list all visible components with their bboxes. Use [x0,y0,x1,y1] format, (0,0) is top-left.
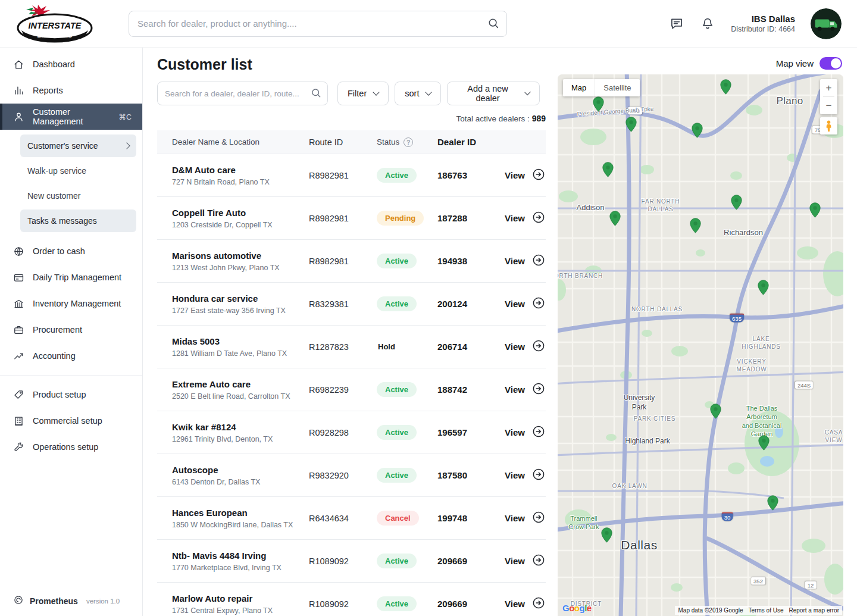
view-button[interactable]: View [505,424,546,440]
dealer-address: 1770 Marketplace Blvd, Irving TX [172,564,309,572]
report-map-error-link[interactable]: Report a map error [789,607,839,614]
map-pin-icon[interactable] [609,211,621,229]
view-button[interactable]: View [505,382,546,398]
map-pin-icon[interactable] [731,195,742,212]
route-shield: 635 [730,314,744,323]
route-id: R8329381 [309,299,377,309]
view-button[interactable]: View [505,296,546,312]
sidebar-subitem-tasks-messages[interactable]: Tasks & messages [20,209,136,232]
map-pin-icon[interactable] [710,404,721,421]
table-row[interactable]: Coppell Tire Auto 1203 Crestside Dr, Cop… [157,197,546,240]
table-row[interactable]: Kwik kar #8124 12961 Trinity Blvd, Dento… [157,411,546,454]
view-button[interactable]: View [505,467,546,483]
map-view-toggle[interactable] [820,57,842,70]
map-pin-icon[interactable] [625,117,637,135]
map-pin-icon[interactable] [809,202,821,220]
card-icon [13,272,24,283]
messages-button[interactable] [669,16,684,32]
sidebar-item-reports[interactable]: Reports [0,77,142,104]
chevron-down-icon [426,89,432,95]
view-button[interactable]: View [505,339,546,355]
dealer-search-input[interactable] [157,82,328,105]
map-overlays: PlanoPresident George Bush TpkeAddisonFA… [558,74,843,616]
chevron-right-icon [123,142,130,149]
sidebar-item-procurement[interactable]: Procurement [0,317,142,343]
view-button[interactable]: View [505,210,546,226]
sidebar-item-operations-setup[interactable]: Operations setup [0,434,142,460]
map-label: Trammell Crow Park [568,514,599,531]
table-row[interactable]: Hondura car service 1727 East state-way … [157,283,546,326]
sidebar-item-order-to-cash[interactable]: Order to cash [0,238,142,264]
avatar[interactable] [811,8,842,39]
table-row[interactable]: Marlow Auto repair 1731 Central Expwy, P… [157,583,546,616]
map-type-satellite-button[interactable]: Satellite [595,79,639,96]
status-badge: Active [377,554,417,568]
table-row[interactable]: D&M Auto care 727 N Britain Road, Plano … [157,154,546,197]
map-pin-icon[interactable] [720,79,731,97]
map-type-buttons: Map Satellite [563,79,640,96]
search-icon [310,87,322,101]
sidebar-item-accounting[interactable]: Accounting [0,343,142,369]
add-dealer-button[interactable]: Add a new dealer [447,82,540,105]
table-row[interactable]: Marisons automotive 1213 West John Pkwy,… [157,240,546,283]
building-icon [13,415,24,427]
status-badge: Active [377,596,417,611]
map-pin-icon[interactable] [602,162,614,180]
street-view-pegman[interactable] [820,117,837,135]
table-row[interactable]: Ntb- Mavis 4484 Irving 1770 Marketplace … [157,540,546,583]
sidebar-item-inventory-management[interactable]: Inventory Management [0,290,142,317]
sidebar-item-product-setup[interactable]: Product setup [0,382,142,408]
table-row[interactable]: Autoscope 6143 Denton Dr, Dallas TX R983… [157,454,546,497]
table-row[interactable]: Extreme Auto care 2520 E Belt line Road,… [157,368,546,411]
notifications-button[interactable] [700,16,715,32]
sidebar-item-daily-trip-management[interactable]: Daily Trip Management [0,264,142,290]
sidebar-item-dashboard[interactable]: Dashboard [0,51,142,77]
dealer-address: 1203 Crestside Dr, Coppell TX [172,221,309,229]
arrow-circle-icon [531,596,546,612]
view-button[interactable]: View [505,510,546,526]
dealer-id: 200124 [437,299,503,309]
view-button[interactable]: View [505,167,546,183]
view-button[interactable]: View [505,596,546,612]
table-row[interactable]: Hances European 1850 W MockingBird lane,… [157,497,546,540]
dealer-name: D&M Auto care [172,165,309,175]
terms-of-use-link[interactable]: Terms of Use [749,607,784,614]
route-id: R6434634 [309,514,377,523]
status-badge: Active [377,168,417,183]
map-pin-icon[interactable] [593,96,604,114]
total-active-dealers: Total active dealers :989 [157,114,546,123]
sort-button[interactable]: sort [395,82,441,105]
dealer-table-body: D&M Auto care 727 N Britain Road, Plano … [157,154,546,616]
zoom-out-button[interactable]: − [820,97,837,114]
map-pin-icon[interactable] [758,435,770,453]
global-search-input[interactable] [129,11,507,37]
status-help-icon[interactable]: ? [404,137,413,147]
person-icon [13,111,24,123]
map-pin-icon[interactable] [767,495,778,513]
route-id: R1089092 [309,556,377,566]
sidebar-subitem-new-customer[interactable]: New customer [20,185,136,207]
sidebar-subitem-customers-service[interactable]: Customer's service [20,135,136,157]
route-shield: 289 [628,107,642,115]
dealer-name: Kwik kar #8124 [172,422,309,432]
map-pin-icon[interactable] [690,218,701,236]
view-button[interactable]: View [505,553,546,569]
map-pin-icon[interactable] [692,123,703,140]
trend-up-icon [13,351,24,362]
map-view-control: Map view [776,57,842,70]
sidebar-item-commercial-setup[interactable]: Commercial setup [0,408,142,434]
page-title: Customer list [157,56,252,73]
view-button[interactable]: View [505,253,546,269]
filter-button[interactable]: Filter [337,82,389,105]
map-label: Plano [777,95,803,108]
zoom-controls: + − [820,79,837,114]
sidebar-subitem-walk-up-service[interactable]: Walk-up service [20,160,136,182]
map-pin-icon[interactable] [601,527,612,545]
map-pane[interactable]: PlanoPresident George Bush TpkeAddisonFA… [558,74,843,616]
table-row[interactable]: Midas 5003 1281 William D Tate Ave, Plan… [157,326,546,368]
zoom-in-button[interactable]: + [820,79,837,96]
map-type-map-button[interactable]: Map [563,79,595,96]
sidebar-item-customer-management[interactable]: Customer Management ⌘C [0,104,142,130]
dealer-id: 206714 [437,342,503,352]
map-pin-icon[interactable] [758,280,769,298]
